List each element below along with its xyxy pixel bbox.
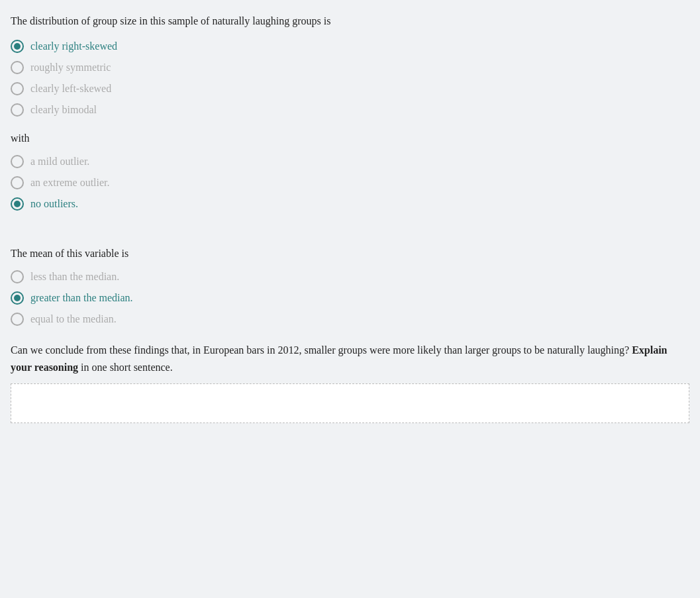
label-greater-than-median: greater than the median. xyxy=(30,292,133,304)
label-no-outliers: no outliers. xyxy=(30,198,78,210)
option-clearly-left-skewed[interactable]: clearly left-skewed xyxy=(11,82,689,95)
radio-greater-than-median[interactable] xyxy=(11,291,24,305)
radio-no-outliers[interactable] xyxy=(11,197,24,211)
label-clearly-right-skewed: clearly right-skewed xyxy=(30,40,117,52)
radio-roughly-symmetric[interactable] xyxy=(11,61,24,74)
outlier-radio-group: a mild outlier. an extreme outlier. no o… xyxy=(11,155,689,211)
option-clearly-bimodal[interactable]: clearly bimodal xyxy=(11,103,689,117)
conclusion-paragraph: Can we conclude from these findings that… xyxy=(11,342,689,375)
option-extreme-outlier[interactable]: an extreme outlier. xyxy=(11,176,689,189)
distribution-radio-group: clearly right-skewed roughly symmetric c… xyxy=(11,40,689,117)
radio-clearly-bimodal[interactable] xyxy=(11,103,24,117)
with-label: with xyxy=(11,132,689,144)
label-roughly-symmetric: roughly symmetric xyxy=(30,62,111,74)
label-mild-outlier: a mild outlier. xyxy=(30,156,89,168)
label-equal-to-median: equal to the median. xyxy=(30,313,117,325)
option-roughly-symmetric[interactable]: roughly symmetric xyxy=(11,61,689,74)
mean-label: The mean of this variable is xyxy=(11,248,689,260)
label-clearly-bimodal: clearly bimodal xyxy=(30,104,97,116)
option-no-outliers[interactable]: no outliers. xyxy=(11,197,689,211)
conclusion-text-before: Can we conclude from these findings that… xyxy=(11,344,629,356)
question-intro: The distribution of group size in this s… xyxy=(11,13,689,29)
option-less-than-median[interactable]: less than the median. xyxy=(11,270,689,283)
radio-less-than-median[interactable] xyxy=(11,270,24,283)
option-mild-outlier[interactable]: a mild outlier. xyxy=(11,155,689,168)
option-equal-to-median[interactable]: equal to the median. xyxy=(11,313,689,326)
label-clearly-left-skewed: clearly left-skewed xyxy=(30,83,111,95)
label-extreme-outlier: an extreme outlier. xyxy=(30,177,110,189)
radio-clearly-right-skewed[interactable] xyxy=(11,40,24,53)
radio-clearly-left-skewed[interactable] xyxy=(11,82,24,95)
conclusion-text-after: in one short sentence. xyxy=(81,362,173,373)
label-less-than-median: less than the median. xyxy=(30,271,119,283)
mean-radio-group: less than the median. greater than the m… xyxy=(11,270,689,326)
radio-mild-outlier[interactable] xyxy=(11,155,24,168)
answer-input-box[interactable] xyxy=(11,383,689,423)
option-clearly-right-skewed[interactable]: clearly right-skewed xyxy=(11,40,689,53)
radio-equal-to-median[interactable] xyxy=(11,313,24,326)
radio-extreme-outlier[interactable] xyxy=(11,176,24,189)
option-greater-than-median[interactable]: greater than the median. xyxy=(11,291,689,305)
